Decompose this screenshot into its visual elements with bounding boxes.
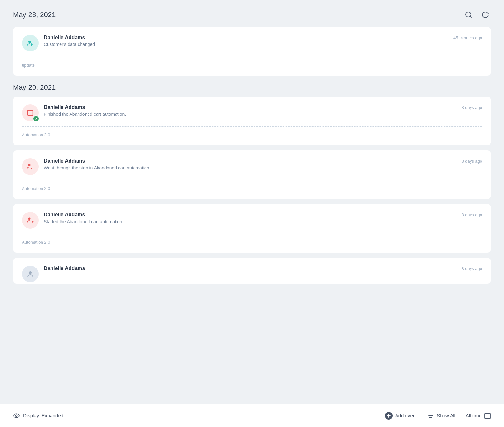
- event-desc-2: Finished the Abandoned cart automation.: [44, 112, 126, 117]
- svg-rect-14: [485, 413, 490, 419]
- search-button[interactable]: [463, 9, 474, 21]
- event-desc-3: Went through the step in Abandoned cart …: [44, 165, 150, 170]
- avatar-4: [22, 212, 39, 229]
- page-date: May 28, 2021: [13, 11, 56, 19]
- svg-rect-6: [33, 167, 33, 169]
- top-bar-icons: [463, 9, 491, 21]
- svg-point-10: [16, 415, 17, 416]
- section-may20: May 20, 2021: [13, 83, 491, 284]
- event-left-4: Danielle Addams Started the Abandoned ca…: [22, 212, 124, 229]
- event-tag-4: Automation 2.0: [22, 240, 50, 245]
- event-desc-4: Started the Abandoned cart automation.: [44, 219, 124, 224]
- event-info-2: Danielle Addams Finished the Abandoned c…: [44, 104, 126, 117]
- event-name-5: Danielle Addams: [44, 266, 85, 271]
- avatar-2: [22, 104, 39, 121]
- event-tag-1: update: [22, 63, 35, 68]
- event-name-1: Danielle Addams: [44, 35, 95, 41]
- avatar-1: [22, 35, 39, 51]
- avatar-3: [22, 158, 39, 175]
- event-left-3: Danielle Addams Went through the step in…: [22, 158, 150, 175]
- event-time-4: 8 days ago: [462, 212, 482, 217]
- event-header-2: Danielle Addams Finished the Abandoned c…: [22, 104, 482, 121]
- event-header-1: Danielle Addams Customer's data changed …: [22, 35, 482, 51]
- event-time-5: 8 days ago: [462, 266, 482, 271]
- event-card-3: Danielle Addams Went through the step in…: [13, 150, 491, 199]
- event-divider-3: [22, 180, 482, 180]
- section-date-may20: May 20, 2021: [13, 83, 491, 92]
- person-gray-icon: [26, 269, 35, 278]
- event-divider-4: [22, 234, 482, 234]
- event-divider-1: [22, 57, 482, 57]
- event-info-1: Danielle Addams Customer's data changed: [44, 35, 95, 47]
- content-area: Danielle Addams Customer's data changed …: [0, 27, 504, 321]
- event-time-3: 8 days ago: [462, 158, 482, 164]
- event-card-2: Danielle Addams Finished the Abandoned c…: [13, 97, 491, 145]
- person-upload-icon: [26, 39, 35, 48]
- event-tag-2: Automation 2.0: [22, 132, 50, 137]
- event-card-5: Danielle Addams 8 days ago: [13, 258, 491, 284]
- event-info-3: Danielle Addams Went through the step in…: [44, 158, 150, 170]
- show-all-button[interactable]: Show All: [427, 412, 455, 419]
- refresh-button[interactable]: [480, 9, 491, 21]
- display-label: Display: Expanded: [23, 413, 63, 418]
- event-info-4: Danielle Addams Started the Abandoned ca…: [44, 212, 124, 224]
- event-left-1: Danielle Addams Customer's data changed: [22, 35, 95, 51]
- display-mode[interactable]: Display: Expanded: [13, 412, 63, 419]
- event-time-2: 8 days ago: [462, 104, 482, 110]
- event-header-4: Danielle Addams Started the Abandoned ca…: [22, 212, 482, 229]
- event-time-1: 45 minutes ago: [453, 35, 482, 40]
- add-event-plus-icon: [385, 412, 393, 420]
- calendar-icon: [484, 412, 491, 419]
- event-desc-1: Customer's data changed: [44, 42, 95, 47]
- person-chart-icon: [26, 162, 35, 171]
- svg-point-9: [14, 414, 19, 417]
- event-left-5: Danielle Addams: [22, 266, 85, 282]
- bottom-bar: Display: Expanded Add event Show All All…: [0, 404, 504, 427]
- check-badge-2: [33, 115, 39, 122]
- event-name-3: Danielle Addams: [44, 158, 150, 164]
- event-name-4: Danielle Addams: [44, 212, 124, 218]
- all-time-button[interactable]: All time: [466, 412, 491, 419]
- refresh-icon: [481, 11, 489, 19]
- svg-rect-5: [31, 168, 32, 169]
- show-all-label: Show All: [437, 413, 455, 418]
- event-card-4: Danielle Addams Started the Abandoned ca…: [13, 204, 491, 253]
- event-header-3: Danielle Addams Went through the step in…: [22, 158, 482, 175]
- event-tag-3: Automation 2.0: [22, 186, 50, 191]
- search-icon: [465, 11, 472, 19]
- event-header-5: Danielle Addams 8 days ago: [22, 266, 482, 282]
- event-card-1: Danielle Addams Customer's data changed …: [13, 27, 491, 76]
- svg-rect-3: [28, 110, 33, 115]
- svg-point-8: [29, 271, 32, 274]
- filter-icon: [427, 412, 434, 419]
- svg-line-1: [470, 16, 471, 18]
- event-info-5: Danielle Addams: [44, 266, 85, 271]
- top-bar: May 28, 2021: [0, 0, 504, 27]
- section-may28: Danielle Addams Customer's data changed …: [13, 27, 491, 76]
- add-event-button[interactable]: Add event: [385, 412, 417, 420]
- automation-icon: [26, 108, 35, 117]
- event-name-2: Danielle Addams: [44, 104, 126, 110]
- svg-point-4: [28, 164, 31, 166]
- person-play-icon: [26, 216, 35, 225]
- all-time-label: All time: [466, 413, 481, 418]
- svg-point-7: [28, 218, 31, 220]
- bottom-right-actions: Add event Show All All time: [385, 412, 491, 420]
- event-divider-2: [22, 126, 482, 127]
- eye-icon: [13, 412, 20, 419]
- avatar-5: [22, 266, 39, 282]
- svg-point-2: [28, 41, 31, 43]
- add-event-label: Add event: [395, 413, 417, 418]
- event-left-2: Danielle Addams Finished the Abandoned c…: [22, 104, 126, 121]
